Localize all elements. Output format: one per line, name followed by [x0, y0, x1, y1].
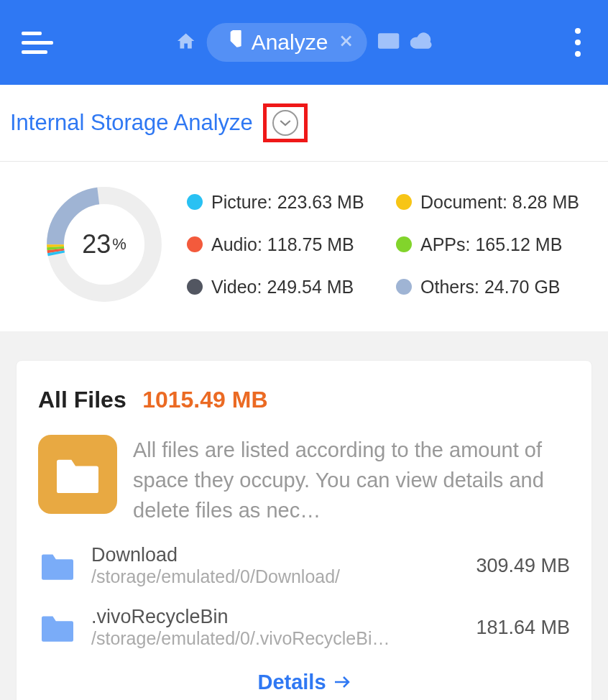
title-row: Internal Storage Analyze	[0, 85, 608, 162]
legend-picture: Picture: 223.63 MB	[187, 192, 382, 213]
cloud-icon[interactable]	[410, 32, 433, 52]
svg-rect-0	[378, 33, 399, 48]
donut-percent: 23	[82, 229, 111, 259]
legend-others: Others: 24.70 GB	[396, 277, 591, 298]
legend-video: Video: 249.54 MB	[187, 277, 382, 298]
legend-audio: Audio: 118.75 MB	[187, 234, 382, 255]
file-name: Download	[91, 544, 461, 566]
donut-center: 23%	[43, 183, 165, 305]
legend: Picture: 223.63 MB Document: 8.28 MB Aud…	[187, 192, 591, 298]
file-info: .vivoRecycleBin /storage/emulated/0/.viv…	[91, 606, 461, 649]
card-description: All files are listed according to the am…	[133, 435, 570, 525]
dot-icon	[187, 236, 203, 252]
file-path: /storage/emulated/0/Download/	[91, 566, 461, 587]
analyze-chip[interactable]: Analyze	[207, 23, 367, 62]
dot-icon	[396, 279, 412, 295]
expand-button[interactable]	[272, 110, 298, 136]
file-size: 181.64 MB	[476, 617, 570, 639]
chevron-down-icon	[279, 119, 292, 127]
sdcard-icon[interactable]	[377, 32, 400, 53]
storage-donut: 23%	[43, 183, 165, 305]
legend-label: Others: 24.70 GB	[420, 277, 561, 298]
list-item[interactable]: .vivoRecycleBin /storage/emulated/0/.viv…	[38, 606, 570, 649]
stats-row: 23% Picture: 223.63 MB Document: 8.28 MB…	[0, 162, 608, 331]
all-files-card: All Files 1015.49 MB All files are liste…	[16, 360, 592, 700]
more-button[interactable]	[568, 21, 588, 64]
card-title: All Files	[38, 387, 126, 413]
legend-label: APPs: 165.12 MB	[420, 234, 562, 255]
card-description-row: All files are listed according to the am…	[38, 435, 570, 525]
dot-icon	[396, 236, 412, 252]
app-header: Analyze	[0, 0, 608, 85]
donut-percent-symbol: %	[112, 235, 126, 254]
card-total-size: 1015.49 MB	[142, 387, 267, 413]
folder-icon	[38, 550, 77, 581]
details-button[interactable]: Details	[38, 671, 570, 694]
menu-button[interactable]	[22, 27, 53, 58]
header-center: Analyze	[175, 23, 433, 62]
home-icon[interactable]	[175, 31, 197, 54]
dot-icon	[396, 194, 412, 210]
folder-large-icon	[38, 435, 117, 514]
pie-icon	[220, 30, 241, 55]
list-item[interactable]: Download /storage/emulated/0/Download/ 3…	[38, 544, 570, 587]
card-header: All Files 1015.49 MB	[38, 387, 570, 413]
legend-label: Document: 8.28 MB	[420, 192, 579, 213]
legend-apps: APPs: 165.12 MB	[396, 234, 591, 255]
close-icon[interactable]	[338, 32, 354, 54]
file-info: Download /storage/emulated/0/Download/	[91, 544, 461, 587]
legend-label: Video: 249.54 MB	[211, 277, 354, 298]
legend-label: Picture: 223.63 MB	[211, 192, 364, 213]
page-title: Internal Storage Analyze	[10, 110, 253, 136]
dot-icon	[187, 194, 203, 210]
file-path: /storage/emulated/0/.vivoRecycleBi…	[91, 628, 461, 649]
legend-document: Document: 8.28 MB	[396, 192, 591, 213]
highlight-box	[263, 103, 308, 142]
dot-icon	[187, 279, 203, 295]
folder-icon	[38, 612, 77, 643]
file-name: .vivoRecycleBin	[91, 606, 461, 628]
legend-label: Audio: 118.75 MB	[211, 234, 354, 255]
details-label: Details	[257, 671, 326, 694]
file-size: 309.49 MB	[476, 555, 570, 577]
arrow-right-icon	[333, 671, 351, 694]
content-area: All Files 1015.49 MB All files are liste…	[0, 331, 608, 700]
chip-label: Analyze	[252, 30, 328, 55]
